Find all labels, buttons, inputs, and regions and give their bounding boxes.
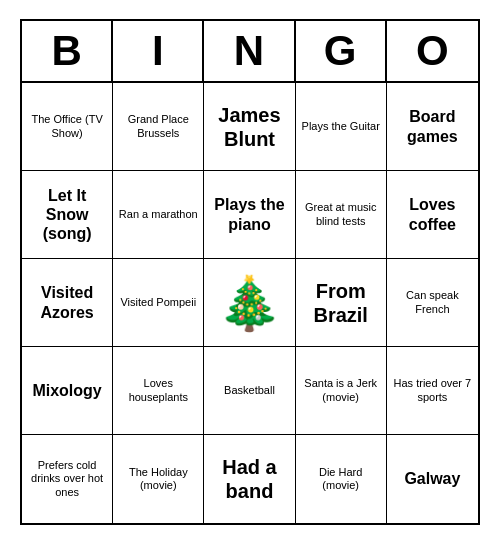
bingo-cell: Galway [387, 435, 478, 523]
christmas-tree-icon: 🎄 [217, 277, 282, 329]
bingo-cell: Grand Place Brussels [113, 83, 204, 171]
header-letter: I [113, 21, 204, 81]
bingo-cell: Has tried over 7 sports [387, 347, 478, 435]
bingo-cell: Let It Snow (song) [22, 171, 113, 259]
bingo-card: BINGO The Office (TV Show)Grand Place Br… [20, 19, 480, 525]
bingo-grid: The Office (TV Show)Grand Place Brussels… [22, 83, 478, 523]
bingo-cell: Santa is a Jerk (movie) [296, 347, 387, 435]
bingo-cell: 🎄 [204, 259, 295, 347]
header-letter: G [296, 21, 387, 81]
bingo-cell: Visited Pompeii [113, 259, 204, 347]
bingo-cell: From Brazil [296, 259, 387, 347]
bingo-cell: James Blunt [204, 83, 295, 171]
bingo-cell: Basketball [204, 347, 295, 435]
bingo-cell: Plays the piano [204, 171, 295, 259]
bingo-cell: Board games [387, 83, 478, 171]
bingo-cell: Great at music blind tests [296, 171, 387, 259]
bingo-cell: Ran a marathon [113, 171, 204, 259]
bingo-cell: Die Hard (movie) [296, 435, 387, 523]
bingo-cell: Visited Azores [22, 259, 113, 347]
bingo-cell: Loves houseplants [113, 347, 204, 435]
bingo-cell: Mixology [22, 347, 113, 435]
bingo-cell: The Holiday (movie) [113, 435, 204, 523]
bingo-cell: Can speak French [387, 259, 478, 347]
header-letter: N [204, 21, 295, 81]
header-letter: O [387, 21, 478, 81]
bingo-header: BINGO [22, 21, 478, 83]
bingo-cell: Plays the Guitar [296, 83, 387, 171]
bingo-cell: Loves coffee [387, 171, 478, 259]
header-letter: B [22, 21, 113, 81]
bingo-cell: Prefers cold drinks over hot ones [22, 435, 113, 523]
bingo-cell: The Office (TV Show) [22, 83, 113, 171]
bingo-cell: Had a band [204, 435, 295, 523]
